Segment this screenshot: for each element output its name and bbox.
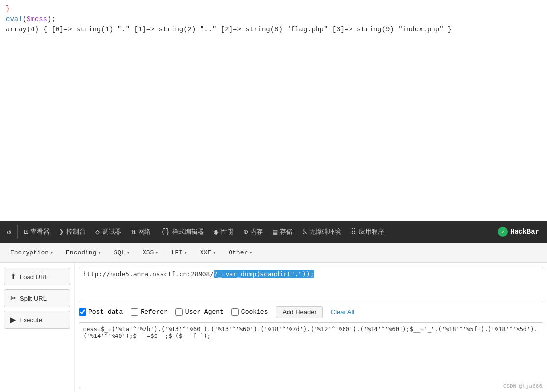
toolbar-btn-refresh[interactable]: ↺ <box>2 224 16 240</box>
toolbar-style-label: 样式编辑器 <box>172 227 204 236</box>
url-display[interactable]: http://node5.anna.nssctf.cn:28908/?_=var… <box>79 267 543 302</box>
toolbar-btn-storage[interactable]: ▤ 存储 <box>268 224 297 240</box>
toolbar-btn-console[interactable]: ❯ 控制台 <box>55 224 90 240</box>
hackbar-content: ⬆ Load URL ✂ Split URL ▶ Execute http://… <box>0 263 547 392</box>
cookies-checkbox-label[interactable]: Cookies <box>231 308 268 316</box>
post-data-label: Post data <box>88 308 123 316</box>
code-output-area: } eval($mess); array(4) { [0]=> string(1… <box>0 0 547 221</box>
add-header-label: Add Header <box>282 308 316 316</box>
load-url-label: Load URL <box>20 273 49 280</box>
post-data-checkbox[interactable] <box>79 308 86 316</box>
accessibility-icon: ♿ <box>302 227 307 237</box>
load-url-button[interactable]: ⬆ Load URL <box>4 268 70 285</box>
hackbar-menu-bar: Encryption ▾ Encoding ▾ SQL ▾ XSS ▾ LFI … <box>0 243 547 263</box>
menu-other[interactable]: Other ▾ <box>223 247 258 259</box>
memory-icon: ⊕ <box>243 227 248 237</box>
devtools-toolbar: ↺ ⊡ 查看器 ❯ 控制台 ◇ 调试器 ⇅ 网络 {} 样式编辑器 ◉ 性能 ⊕… <box>0 221 547 243</box>
execute-button[interactable]: ▶ Execute <box>4 311 70 329</box>
refresh-icon: ↺ <box>7 227 11 237</box>
menu-encryption[interactable]: Encryption ▾ <box>5 247 58 259</box>
toolbar-apps-label: 应用程序 <box>359 227 384 236</box>
encryption-arrow-icon: ▾ <box>50 250 53 256</box>
split-url-icon: ✂ <box>10 294 17 303</box>
referer-label: Referer <box>141 308 168 316</box>
user-agent-checkbox[interactable] <box>175 308 183 316</box>
split-url-label: Split URL <box>20 295 47 302</box>
style-editor-icon: {} <box>161 228 170 236</box>
hackbar-tab[interactable]: HackBar <box>492 224 545 240</box>
toolbar-btn-memory[interactable]: ⊕ 内存 <box>238 224 268 240</box>
toolbar-debugger-label: 调试器 <box>102 227 121 236</box>
referer-checkbox[interactable] <box>131 308 138 316</box>
cookies-label: Cookies <box>241 308 268 316</box>
hackbar-panel: Encryption ▾ Encoding ▾ SQL ▾ XSS ▾ LFI … <box>0 243 547 392</box>
cookies-checkbox[interactable] <box>231 308 239 316</box>
code-line-eval: eval <box>6 15 23 23</box>
user-agent-label: User Agent <box>185 308 224 316</box>
menu-encryption-label: Encryption <box>10 249 49 256</box>
execute-icon: ▶ <box>10 315 16 324</box>
menu-other-label: Other <box>229 249 248 256</box>
post-data-checkbox-label[interactable]: Post data <box>79 308 123 316</box>
menu-sql[interactable]: SQL ▾ <box>109 247 135 259</box>
clear-all-button[interactable]: Clear All <box>331 307 354 318</box>
toolbar-network-label: 网络 <box>138 227 151 236</box>
toolbar-btn-inspector[interactable]: ⊡ 查看器 <box>19 224 55 240</box>
menu-sql-label: SQL <box>114 249 125 256</box>
inspector-icon: ⊡ <box>24 227 28 237</box>
hackbar-label: HackBar <box>510 228 539 236</box>
post-data-textarea[interactable] <box>79 322 543 388</box>
execute-label: Execute <box>19 316 42 324</box>
toolbar-btn-performance[interactable]: ◉ 性能 <box>209 224 238 240</box>
storage-icon: ▤ <box>273 227 277 237</box>
toolbar-btn-network[interactable]: ⇅ 网络 <box>126 224 156 240</box>
xxe-arrow-icon: ▾ <box>213 250 216 256</box>
menu-lfi-label: LFI <box>171 249 182 256</box>
apps-icon: ⠿ <box>351 227 356 237</box>
code-line-1: } <box>6 5 10 13</box>
toolbar-memory-label: 内存 <box>250 227 263 236</box>
url-input-wrapper: http://node5.anna.nssctf.cn:28908/?_=var… <box>79 267 543 302</box>
console-icon: ❯ <box>59 227 64 237</box>
toolbar-btn-applications[interactable]: ⠿ 应用程序 <box>346 224 389 240</box>
add-header-button[interactable]: Add Header <box>276 306 322 318</box>
menu-xss[interactable]: XSS ▾ <box>137 247 164 259</box>
toolbar-btn-debugger[interactable]: ◇ 调试器 <box>90 224 126 240</box>
toolbar-perf-label: 性能 <box>221 227 233 236</box>
checkboxes-row: Post data Referer User Agent Cookies Add… <box>79 306 543 318</box>
hackbar-right-area: http://node5.anna.nssctf.cn:28908/?_=var… <box>75 263 547 392</box>
other-arrow-icon: ▾ <box>249 250 252 256</box>
hackbar-icon <box>498 227 508 237</box>
encoding-arrow-icon: ▾ <box>98 250 101 256</box>
xss-arrow-icon: ▾ <box>155 250 158 256</box>
toolbar-console-label: 控制台 <box>66 227 86 236</box>
hackbar-left-buttons: ⬆ Load URL ✂ Split URL ▶ Execute <box>0 263 75 392</box>
url-highlight-part: ?_=var_dump(scandir(".")); <box>214 270 314 278</box>
lfi-arrow-icon: ▾ <box>184 250 187 256</box>
menu-xss-label: XSS <box>143 249 154 256</box>
watermark: CSDN @hja666 <box>503 383 542 389</box>
referer-checkbox-label[interactable]: Referer <box>131 308 168 316</box>
menu-encoding-label: Encoding <box>66 249 96 256</box>
toolbar-btn-style-editor[interactable]: {} 样式编辑器 <box>156 224 209 239</box>
toolbar-btn-accessibility[interactable]: ♿ 无障碍环境 <box>297 224 346 240</box>
performance-icon: ◉ <box>214 227 218 237</box>
toolbar-storage-label: 存储 <box>280 227 292 236</box>
network-icon: ⇅ <box>131 227 136 237</box>
clear-all-label: Clear All <box>331 308 354 316</box>
toolbar-separator <box>17 225 18 239</box>
debugger-icon: ◇ <box>95 227 100 237</box>
toolbar-a11y-label: 无障碍环境 <box>309 227 341 236</box>
load-url-icon: ⬆ <box>10 272 17 281</box>
menu-xxe-label: XXE <box>200 249 211 256</box>
menu-xxe[interactable]: XXE ▾ <box>195 247 221 259</box>
menu-encoding[interactable]: Encoding ▾ <box>60 247 106 259</box>
code-line-array: array(4) { [0]=> string(1) "." [1]=> str… <box>6 26 452 33</box>
toolbar-inspector-label: 查看器 <box>30 227 50 236</box>
user-agent-checkbox-label[interactable]: User Agent <box>175 308 224 316</box>
split-url-button[interactable]: ✂ Split URL <box>4 289 70 307</box>
sql-arrow-icon: ▾ <box>127 250 130 256</box>
menu-lfi[interactable]: LFI ▾ <box>166 247 192 259</box>
url-normal-part: http://node5.anna.nssctf.cn:28908/ <box>83 270 214 278</box>
